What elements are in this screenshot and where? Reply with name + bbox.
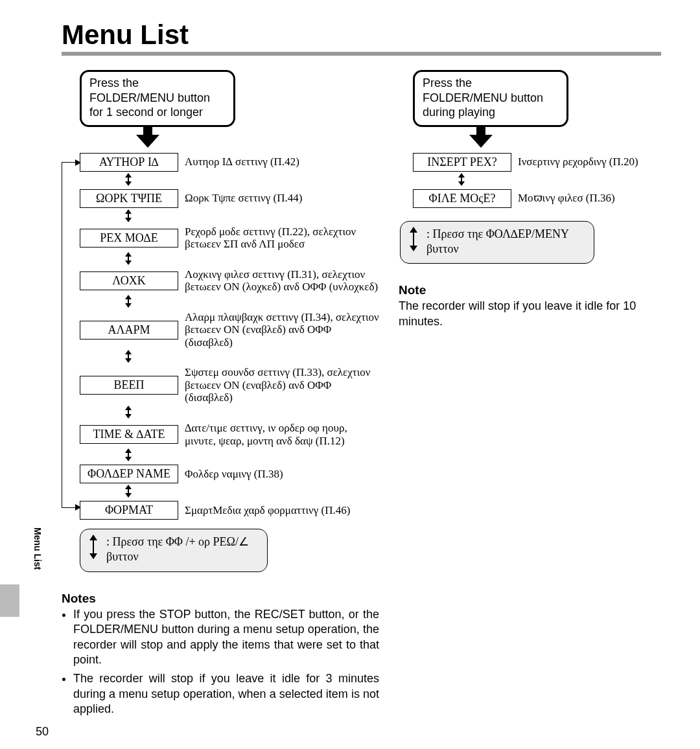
updown-icon: [124, 209, 132, 222]
menu-desc: Φολδερ ναμινγ (Π.38): [178, 468, 283, 481]
arrow-down-icon: [469, 135, 493, 148]
page-number: 50: [36, 725, 49, 739]
updown-icon: [124, 485, 132, 498]
menu-item-lock: ΛΟΧΚ: [80, 271, 178, 290]
updown-icon: [124, 350, 132, 363]
updown-icon: [124, 173, 132, 186]
menu-row: ΡΕΧ ΜΟ∆Ε Ρεχορδ μοδε σεττινγ (Π.22), σελ…: [80, 225, 379, 251]
side-tab-bar: [0, 584, 19, 617]
note-heading: Note: [399, 283, 661, 297]
menu-row: ΩΟΡΚ ΤΨΠΕ Ωορκ Τψπε σεττινγ (Π.44): [80, 189, 379, 208]
right-hint-box: : Πρεσσ τηε ΦΟΛ∆ΕΡ/ΜΕΝΥ βυττον: [400, 221, 594, 264]
menu-row: ΙΝΣΕΡΤ ΡΕΧ? Ινσερτινγ ρεχορδινγ (Π.20): [413, 153, 661, 172]
menu-item-folder-name: ΦΟΛ∆ΕΡ ΝΑΜΕ: [80, 465, 178, 483]
menu-row: ΑΥΤΗΟΡ Ι∆ Αυτηορ Ι∆ σεττινγ (Π.42): [80, 153, 379, 172]
updown-icon: [89, 535, 99, 559]
menu-desc: Σψστεμ σουνδσ σεττινγ (Π.33), σελεχτιον …: [178, 366, 379, 404]
menu-item-alarm: ΑΛΑΡΜ: [80, 321, 178, 340]
menu-row: ΛΟΧΚ Λοχκινγ φιλεσ σεττινγ (Π.31), σελεχ…: [80, 268, 379, 294]
page-title: Menu List: [62, 19, 661, 51]
menu-item-author-id: ΑΥΤΗΟΡ Ι∆: [80, 153, 178, 172]
menu-desc: ΣμαρτΜεδια χαρδ φορματτινγ (Π.46): [178, 504, 350, 517]
hint-text: : Πρεσσ τηε ΦΦ /+ ορ ΡΕΩ/∠ βυττον: [106, 535, 258, 565]
menu-item-file-move: ΦΙΛΕ ΜΟςΕ?: [413, 189, 511, 208]
updown-icon: [124, 406, 132, 419]
menu-desc: Αλαρμ πλαψβαχκ σεττινγ (Π.34), σελεχτιον…: [178, 311, 379, 349]
side-tab-label: Menu List: [32, 527, 43, 570]
menu-item-format: ΦΟΡΜΑΤ: [80, 501, 178, 520]
menu-desc: Λοχκινγ φιλεσ σεττινγ (Π.31), σελεχτιον …: [178, 268, 379, 294]
right-instruction-box: Press the FOLDER/MENU button during play…: [413, 70, 568, 127]
note-item: The recorder will stop if you leave it i…: [73, 671, 379, 717]
loop-connector: [62, 162, 80, 508]
updown-icon: [124, 448, 132, 461]
menu-item-work-type: ΩΟΡΚ ΤΨΠΕ: [80, 189, 178, 208]
menu-desc: Ωορκ Τψπε σεττινγ (Π.44): [178, 192, 302, 205]
menu-item-beep: ΒΕΕΠ: [80, 376, 178, 395]
menu-item-insert-rec: ΙΝΣΕΡΤ ΡΕΧ?: [413, 153, 511, 172]
left-hint-box: : Πρεσσ τηε ΦΦ /+ ορ ΡΕΩ/∠ βυττον: [80, 529, 268, 572]
updown-icon: [124, 252, 132, 265]
menu-row: ΦΙΛΕ ΜΟςΕ? Μοϖινγ φιλεσ (Π.36): [413, 189, 661, 208]
note-item: If you press the STOP button, the REC/SE…: [73, 607, 379, 668]
updown-icon: [124, 295, 132, 308]
arrow-down-icon: [136, 135, 159, 148]
left-instruction-box: Press the FOLDER/MENU button for 1 secon…: [80, 70, 235, 127]
menu-item-time-date: ΤΙΜΕ & ∆ΑΤΕ: [80, 425, 178, 444]
menu-desc: Μοϖινγ φιλεσ (Π.36): [511, 192, 615, 205]
menu-desc: Ρεχορδ μοδε σεττινγ (Π.22), σελεχτιον βε…: [178, 225, 379, 251]
updown-icon: [458, 173, 465, 186]
menu-row: ΒΕΕΠ Σψστεμ σουνδσ σεττινγ (Π.33), σελεχ…: [80, 366, 379, 404]
hint-text: : Πρεσσ τηε ΦΟΛ∆ΕΡ/ΜΕΝΥ βυττον: [426, 227, 585, 257]
notes-heading: Notes: [62, 592, 379, 606]
title-rule: [62, 52, 661, 56]
menu-desc: Ινσερτινγ ρεχορδινγ (Π.20): [511, 156, 638, 168]
menu-desc: ∆ατε/τιμε σεττινγ, ιν ορδερ οφ ηουρ, μιν…: [178, 422, 379, 447]
menu-row: ΤΙΜΕ & ∆ΑΤΕ ∆ατε/τιμε σεττινγ, ιν ορδερ …: [80, 422, 379, 447]
menu-item-rec-mode: ΡΕΧ ΜΟ∆Ε: [80, 229, 178, 248]
menu-row: ΦΟΛ∆ΕΡ ΝΑΜΕ Φολδερ ναμινγ (Π.38): [80, 465, 379, 483]
note-text: The recorder will stop if you leave it i…: [399, 299, 661, 329]
notes-list: If you press the STOP button, the REC/SE…: [62, 607, 379, 717]
updown-icon: [410, 227, 419, 251]
menu-row: ΦΟΡΜΑΤ ΣμαρτΜεδια χαρδ φορματτινγ (Π.46): [80, 501, 379, 520]
menu-row: ΑΛΑΡΜ Αλαρμ πλαψβαχκ σεττινγ (Π.34), σελ…: [80, 311, 379, 349]
menu-desc: Αυτηορ Ι∆ σεττινγ (Π.42): [178, 156, 299, 168]
